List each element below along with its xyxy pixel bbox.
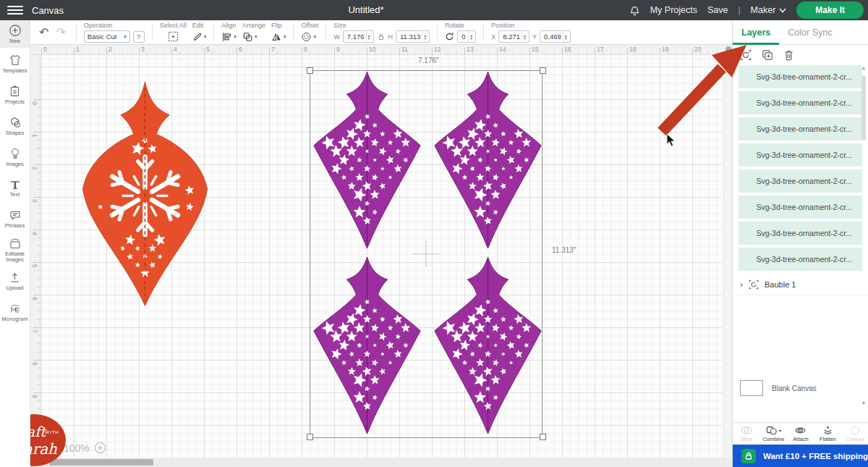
purple-ornament-bottom-right[interactable] [435,257,541,434]
layer-group-row[interactable]: › Bauble 1 [733,274,868,295]
operation-value: Basic Cut [88,33,117,41]
redo-button[interactable]: ↷ [56,25,65,39]
layer-row[interactable]: Svg-3d-tree-ornament-2-cr... [739,65,862,88]
select-all-icon[interactable] [168,31,179,42]
zoom-level: 100% [64,442,90,454]
layer-row[interactable]: Svg-3d-tree-ornament-2-cr... [739,143,862,167]
sidebar-item-projects[interactable]: Projects [0,79,30,110]
y-input[interactable]: 0.469 ▲▼ [540,30,571,43]
purple-ornament-top-right[interactable] [435,72,541,248]
duplicate-icon[interactable] [762,49,773,61]
sidebar-item-templates[interactable]: Templates [0,48,30,79]
arrange-button[interactable]: ▾ [242,30,265,43]
attach-button[interactable]: Attach [787,423,814,445]
height-stepper[interactable]: ▲▼ [422,31,429,42]
sidebar-item-editable-images[interactable]: Editable Images [0,235,30,266]
width-input[interactable]: 7.176 ▲▼ [343,30,374,43]
x-value: 8.271 [499,33,522,41]
machine-name: Maker [751,5,776,15]
blank-canvas-row: Blank Canvas [733,376,868,400]
sidebar-item-label: New [9,38,20,44]
menu-icon[interactable] [0,0,30,20]
offset-button[interactable]: ▾ [301,30,318,43]
edit-label: Edit [192,22,207,30]
height-input[interactable]: 11.313 ▲▼ [396,30,430,43]
contour-icon [850,426,861,435]
rotate-input[interactable]: 0 ▲▼ [457,30,476,43]
sidebar-item-label: Shapes [6,130,24,136]
combine-button[interactable]: ▾Combine [760,423,788,445]
layer-name: Svg-3d-tree-ornament-2-cr... [757,72,852,81]
left-sidebar: NewTemplatesProjectsShapesImagesTextPhra… [0,20,30,467]
referral-banner[interactable]: Want £10 + FREE shipping? [733,445,868,467]
sidebar-item-phrases[interactable]: Phrases [0,203,30,235]
purple-ornament-bottom-left[interactable] [314,257,420,434]
align-button[interactable]: ▾ [221,30,237,43]
combine-icon: ▾ [766,426,781,435]
sidebar-item-shapes[interactable]: Shapes [0,110,30,141]
canvas-vertical-scrollbar[interactable] [723,45,732,458]
blank-canvas-label: Blank Canvas [772,384,817,392]
flip-button[interactable]: ▾ [271,30,286,43]
document-title[interactable]: Untitled* [0,0,732,20]
operation-select[interactable]: Basic Cut ▾ [84,30,130,43]
purple-ornament-top-left[interactable] [314,72,420,248]
canvas-menu-label[interactable]: Canvas [32,5,64,16]
zoom-in-icon[interactable] [94,442,106,454]
flatten-button[interactable]: Flatten [814,423,842,445]
layer-row[interactable]: Svg-3d-tree-ornament-2-cr... [739,91,862,114]
my-projects-link[interactable]: My Projects [650,5,697,15]
layer-row[interactable]: Svg-3d-tree-ornament-2-cr... [739,248,862,271]
x-stepper[interactable]: ▲▼ [522,31,529,42]
sidebar-item-images[interactable]: Images [0,141,30,172]
orange-ornament[interactable] [82,82,207,306]
group-icon[interactable] [740,49,752,61]
trash-icon[interactable] [783,49,794,61]
save-link[interactable]: Save [707,5,728,15]
tab-layers[interactable]: Layers [733,20,779,44]
x-input[interactable]: 8.271 ▲▼ [498,30,529,43]
attach-icon [794,426,807,435]
panel-scrollbar[interactable]: ▲ ▼ [860,65,867,405]
arrange-icon [242,32,253,42]
sidebar-item-label: Projects [5,99,25,105]
selection-handle-bottom-right[interactable] [540,434,546,440]
canvas-horizontal-scrollbar[interactable] [30,458,732,467]
layer-row[interactable]: Svg-3d-tree-ornament-2-cr... [739,169,862,193]
referral-gift-icon [741,449,756,463]
layer-name: Svg-3d-tree-ornament-2-cr... [757,98,852,107]
canvas-color-swatch[interactable] [740,380,763,396]
rotate-value: 0 [458,33,468,41]
rotate-icon[interactable] [445,32,454,41]
notifications-bell-icon[interactable] [629,5,640,16]
selection-handle-top-right[interactable] [540,67,546,74]
lock-aspect-icon[interactable] [377,33,386,41]
layer-name: Svg-3d-tree-ornament-2-cr... [757,125,852,133]
layer-row[interactable]: Svg-3d-tree-ornament-2-cr... [739,195,862,219]
layer-name: Svg-3d-tree-ornament-2-cr... [757,255,852,264]
tab-color-sync[interactable]: Color Sync [779,20,841,44]
cricut-design-space-app: Canvas Untitled* My Projects Save | Make… [0,0,868,467]
chevron-right-icon[interactable]: › [740,279,743,290]
edit-button[interactable]: ▾ [192,30,207,43]
operation-help-button[interactable]: ? [133,31,145,43]
selection-handle-top-left[interactable] [307,67,313,74]
phrases-icon [9,209,22,222]
undo-button[interactable]: ↶ [39,25,48,39]
size-label: Size [333,22,430,30]
design-canvas[interactable]: 01234567891011121314151617181920 0123456… [30,45,732,467]
sidebar-item-upload[interactable]: Upload [0,266,30,297]
machine-selector[interactable]: Maker [751,5,787,15]
sidebar-item-monogram[interactable]: Monogram [0,297,30,328]
sidebar-item-new[interactable]: New [0,20,30,48]
width-stepper[interactable]: ▲▼ [366,31,373,42]
selection-height-label: 11.313" [552,246,576,254]
make-it-button[interactable]: Make It [796,1,864,19]
sidebar-item-text[interactable]: Text [0,172,30,203]
flip-group: Flip ▾ [268,20,289,44]
y-stepper[interactable]: ▲▼ [563,31,570,42]
selection-handle-bottom-left[interactable] [307,434,313,440]
rotate-stepper[interactable]: ▲▼ [468,31,475,42]
layer-row[interactable]: Svg-3d-tree-ornament-2-cr... [739,222,862,245]
layer-row[interactable]: Svg-3d-tree-ornament-2-cr... [739,117,862,140]
